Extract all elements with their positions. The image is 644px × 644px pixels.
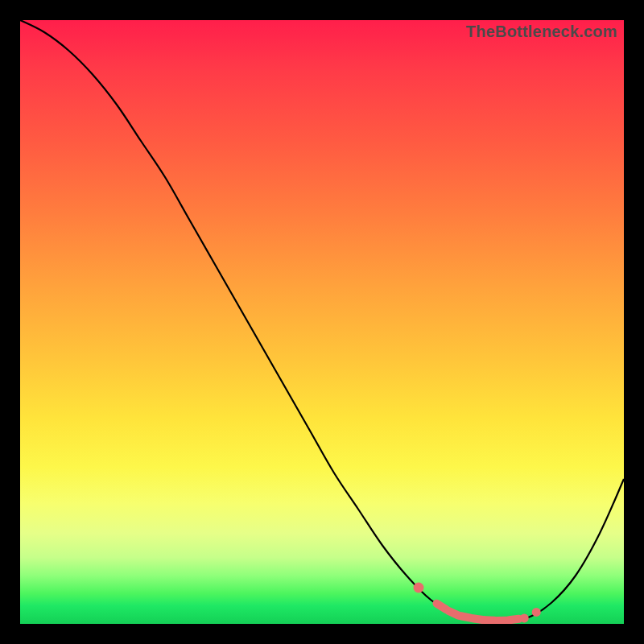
min-region-dash <box>510 619 519 621</box>
min-region-markers <box>414 583 541 623</box>
bottleneck-curve-line <box>20 20 624 621</box>
plot-area: TheBottleneck.com <box>20 20 624 624</box>
min-region-dot <box>414 583 424 593</box>
outer-frame: TheBottleneck.com <box>0 0 644 644</box>
min-region-dash <box>437 604 447 610</box>
min-region-dash <box>449 611 459 616</box>
min-region-dot <box>520 613 529 622</box>
min-region-dot <box>532 608 541 617</box>
bottleneck-chart <box>20 20 624 624</box>
